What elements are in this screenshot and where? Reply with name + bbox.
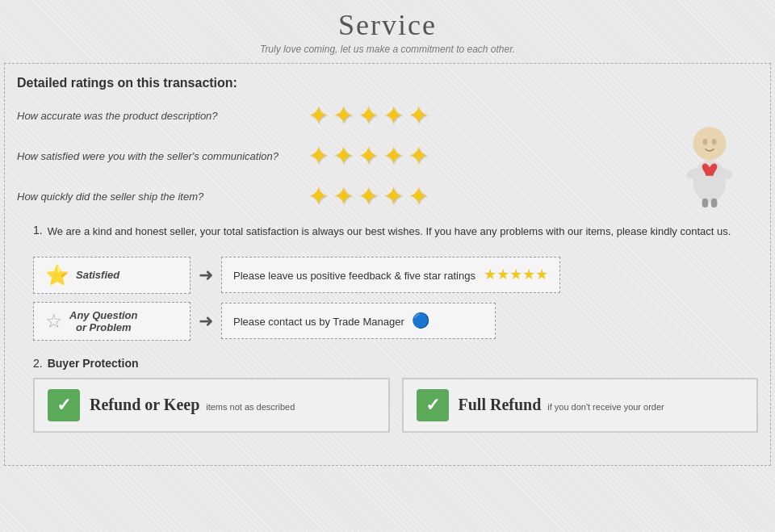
- svg-point-1: [693, 127, 726, 160]
- page-title: Service: [0, 8, 775, 42]
- protection-text-2: Full Refund if you don't receive your or…: [459, 396, 664, 414]
- ratings-questions: How accurate was the product description…: [17, 103, 669, 224]
- response-stars-1: ★★★★★: [484, 266, 548, 283]
- satisfied-box: ⭐ Satisfied: [33, 257, 191, 294]
- rating-row-3: How quickly did the seller ship the item…: [17, 183, 669, 209]
- rating-row-2: How satisfied were you with the seller's…: [17, 143, 669, 169]
- rating-question-3: How quickly did the seller ship the item…: [17, 191, 291, 203]
- star-2-4: ✦: [383, 143, 404, 169]
- star-1-4: ✦: [383, 103, 404, 128]
- list-number-2: 2.: [33, 357, 43, 370]
- star-1-5: ✦: [408, 103, 429, 128]
- rating-question-1: How accurate was the product description…: [17, 110, 291, 122]
- svg-point-2: [703, 139, 708, 145]
- feedback-row-satisfied: ⭐ Satisfied ➜ Please leave us positive f…: [33, 257, 758, 294]
- star-1-3: ✦: [358, 103, 379, 128]
- question-box: ☆ Any Question or Problem: [33, 302, 191, 341]
- satisfied-star-icon: ⭐: [45, 264, 69, 287]
- full-refund-sub: if you don't receive your order: [547, 402, 664, 412]
- full-refund-main: Full Refund: [459, 396, 542, 413]
- stars-row-3: ✦ ✦ ✦ ✦ ✦: [308, 183, 429, 209]
- numbered-list: 1. We are a kind and honest seller, your…: [17, 224, 758, 433]
- svg-point-0: [693, 160, 726, 202]
- full-refund-box: ✓ Full Refund if you don't receive your …: [402, 378, 759, 433]
- main-section: Detailed ratings on this transaction: Ho…: [4, 63, 771, 466]
- header-section: Service Truly love coming, let us make a…: [0, 0, 775, 59]
- checkmark-2: ✓: [417, 389, 449, 421]
- arrow-right-2: ➜: [199, 311, 213, 332]
- refund-keep-box: ✓ Refund or Keep items not as described: [33, 378, 390, 433]
- star-3-4: ✦: [383, 183, 404, 209]
- contact-icon: 🔵: [412, 312, 429, 329]
- protection-text-1: Refund or Keep items not as described: [90, 396, 295, 414]
- star-3-5: ✦: [408, 183, 429, 209]
- response-text-2: Please contact us by Trade Manager: [233, 316, 404, 328]
- star-3-3: ✦: [358, 183, 379, 209]
- buyer-protection-label: Buyer Protection: [48, 357, 139, 370]
- response-box-1: Please leave us positive feedback & five…: [221, 257, 560, 293]
- page-wrapper: Service Truly love coming, let us make a…: [0, 0, 775, 532]
- star-2-1: ✦: [308, 143, 329, 169]
- question-label: Any Question or Problem: [69, 309, 138, 333]
- protection-row: ✓ Refund or Keep items not as described …: [33, 378, 758, 433]
- list-number-1: 1.: [33, 224, 43, 250]
- star-3-2: ✦: [333, 183, 354, 209]
- response-box-2: Please contact us by Trade Manager 🔵: [221, 303, 496, 339]
- stars-row-1: ✦ ✦ ✦ ✦ ✦: [308, 103, 429, 128]
- character-svg: [669, 94, 750, 207]
- header-subtitle: Truly love coming, let us make a commitm…: [0, 44, 775, 55]
- question-star-icon: ☆: [45, 310, 63, 333]
- svg-rect-6: [702, 199, 708, 207]
- satisfied-label: Satisfied: [76, 269, 119, 281]
- rating-question-2: How satisfied were you with the seller's…: [17, 150, 291, 162]
- star-3-1: ✦: [308, 183, 329, 209]
- star-2-2: ✦: [333, 143, 354, 169]
- refund-keep-main: Refund or Keep: [90, 396, 199, 413]
- rating-row-1: How accurate was the product description…: [17, 103, 669, 128]
- list-item-2: 2. Buyer Protection ✓ Refund or Keep ite…: [33, 357, 758, 433]
- star-2-5: ✦: [408, 143, 429, 169]
- response-text-1: Please leave us positive feedback & five…: [233, 270, 475, 282]
- arrow-right-1: ➜: [199, 265, 213, 286]
- stars-row-2: ✦ ✦ ✦ ✦ ✦: [308, 143, 429, 169]
- list-text-1: We are a kind and honest seller, your to…: [48, 224, 731, 241]
- refund-keep-sub: items not as described: [206, 402, 295, 412]
- star-1-2: ✦: [333, 103, 354, 128]
- ratings-area: How accurate was the product description…: [17, 103, 758, 224]
- character-image: [669, 94, 750, 207]
- star-2-3: ✦: [358, 143, 379, 169]
- checkmark-1: ✓: [48, 389, 80, 421]
- section-heading: Detailed ratings on this transaction:: [17, 72, 758, 90]
- svg-point-3: [712, 139, 717, 145]
- feedback-row-question: ☆ Any Question or Problem ➜ Please conta…: [33, 302, 758, 341]
- star-1-1: ✦: [308, 103, 329, 128]
- list-item-1: 1. We are a kind and honest seller, your…: [33, 224, 758, 341]
- svg-rect-7: [711, 199, 717, 207]
